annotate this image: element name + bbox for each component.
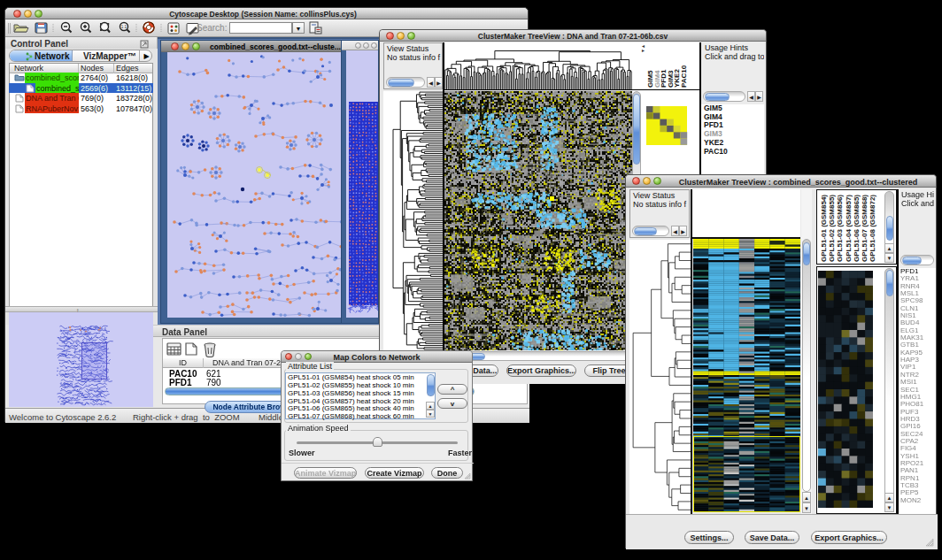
svg-text:1:1: 1:1: [121, 25, 127, 29]
